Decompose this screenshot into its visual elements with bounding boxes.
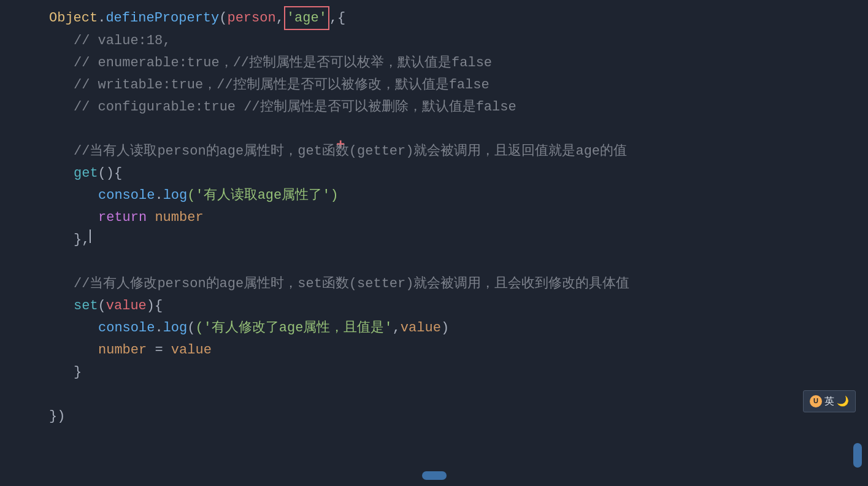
console-obj: console (98, 185, 155, 206)
comment-13: //当有人修改person的age属性时，set函数(setter)就会被调用，… (74, 273, 629, 295)
comment-5: // configurable:true //控制属性是否可以被删除，默认值是f… (74, 96, 517, 118)
code-line-9: console.log('有人读取age属性了') (49, 185, 868, 207)
comment-2: // value:18, (74, 30, 171, 52)
scrollbar-horizontal[interactable] (422, 471, 447, 480)
code-line-5: // configurable:true //控制属性是否可以被删除，默认值是f… (49, 96, 868, 118)
log-method: log (163, 185, 188, 206)
log-paren-2: ( (187, 317, 195, 339)
comma-2: , (329, 7, 337, 29)
value-var-2: value (171, 339, 212, 361)
log-method-2: log (163, 317, 188, 339)
text-cursor (90, 230, 91, 243)
code-line-8: get(){ (49, 163, 868, 185)
code-line-12-empty (49, 251, 868, 273)
set-keyword: set (74, 295, 98, 317)
brace-open: { (337, 7, 345, 29)
code-line-3: // enumerable:true，//控制属性是否可以枚举，默认值是fals… (49, 52, 868, 74)
ime-indicator[interactable]: U 英 🌙 (803, 390, 856, 412)
closing-paren: }) (49, 406, 65, 427)
console-obj-2: console (98, 317, 155, 339)
get-rest: (){ (98, 163, 123, 184)
equals-op: = (147, 339, 171, 361)
ime-lang-label: 英 (824, 393, 834, 409)
code-line-18-empty (49, 384, 868, 406)
number-var-2: number (98, 339, 147, 361)
ime-moon-icon: 🌙 (837, 393, 849, 409)
scrollbar-vertical[interactable] (853, 443, 862, 468)
method-name: defineProperty (106, 7, 219, 29)
code-line-19: }) (49, 406, 868, 428)
code-line-4: // writable:true，//控制属性是否可以被修改，默认值是false (49, 74, 868, 96)
code-line-1: Object.defineProperty(person,'age',{ (49, 6, 868, 30)
comma-1: , (276, 7, 284, 29)
paren-open: ( (219, 7, 227, 29)
code-line-6-empty (49, 118, 868, 141)
log-arg-2: ('有人修改了age属性，且值是' (195, 317, 392, 339)
set-paren-open: ( (98, 295, 106, 317)
number-var: number (147, 207, 203, 228)
comment-4: // writable:true，//控制属性是否可以被修改，默认值是false (74, 74, 490, 96)
console-dot-2: . (155, 317, 163, 339)
code-line-2: // value:18, (49, 30, 868, 52)
log-comma-2: , (393, 317, 401, 339)
code-line-13: //当有人修改person的age属性时，set函数(setter)就会被调用，… (49, 273, 868, 295)
comment-3: // enumerable:true，//控制属性是否可以枚举，默认值是fals… (74, 52, 492, 74)
dot-1: . (98, 7, 106, 29)
return-keyword: return (98, 207, 147, 228)
log-paren-close-2: ) (441, 317, 449, 339)
param-person: person (227, 7, 275, 29)
get-keyword: get (74, 163, 98, 184)
code-line-15: console.log(('有人修改了age属性，且值是',value) (49, 317, 868, 339)
code-editor: Object.defineProperty(person,'age',{ // … (0, 0, 868, 434)
code-line-7: //当有人读取person的age属性时，get函数(getter)就会被调用，… (49, 141, 868, 163)
comment-7: //当有人读取person的age属性时，get函数(getter)就会被调用，… (74, 141, 627, 162)
value-var: value (401, 317, 441, 339)
code-line-14: set(value){ (49, 295, 868, 317)
console-dot: . (155, 185, 163, 206)
brace-close-comma: }, (74, 229, 90, 250)
set-rest2: ){ (147, 295, 163, 317)
log-arg: ('有人读取age属性了') (187, 185, 338, 206)
param-age-highlighted: 'age' (284, 6, 329, 30)
set-param-value: value (106, 295, 147, 317)
code-line-10: return number (49, 207, 868, 229)
code-line-16: number = value (49, 339, 868, 361)
code-line-17: } (49, 361, 868, 384)
code-line-11: }, (49, 229, 868, 251)
object-keyword: Object (49, 7, 98, 29)
ime-logo: U (810, 395, 822, 407)
brace-close: } (74, 361, 82, 383)
